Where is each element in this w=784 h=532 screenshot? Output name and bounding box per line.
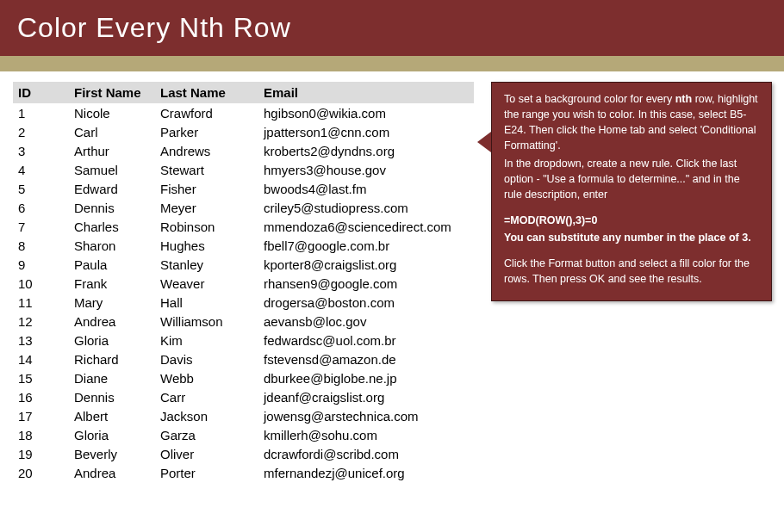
cell-id: 12	[13, 312, 69, 331]
callout-pointer-icon	[477, 132, 491, 152]
table-row: 2CarlParkerjpatterson1@cnn.com	[13, 122, 474, 141]
cell-email: dburkee@biglobe.ne.jp	[258, 368, 474, 387]
cell-last-name: Davis	[155, 350, 258, 368]
data-table-container: ID First Name Last Name Email 1NicoleCra…	[13, 82, 474, 482]
callout-substitute-note: You can substitute any number in the pla…	[504, 230, 759, 245]
callout-bold-nth: nth	[675, 93, 692, 105]
page-title: Color Every Nth Row	[0, 0, 784, 56]
cell-email: kporter8@craigslist.org	[258, 255, 474, 274]
cell-first-name: Andrea	[69, 312, 155, 331]
cell-id: 17	[13, 406, 69, 425]
cell-last-name: Robinson	[155, 217, 258, 236]
cell-id: 18	[13, 425, 69, 444]
cell-first-name: Nicole	[69, 103, 155, 122]
cell-id: 4	[13, 160, 69, 179]
cell-email: jowensg@arstechnica.com	[258, 406, 474, 425]
cell-first-name: Edward	[69, 179, 155, 198]
cell-last-name: Jackson	[155, 406, 258, 425]
header-first-name: First Name	[69, 82, 155, 103]
table-row: 17AlbertJacksonjowensg@arstechnica.com	[13, 406, 474, 425]
cell-id: 8	[13, 236, 69, 255]
cell-first-name: Richard	[69, 350, 155, 368]
cell-id: 1	[13, 103, 69, 122]
cell-id: 14	[13, 350, 69, 368]
cell-first-name: Beverly	[69, 444, 155, 463]
callout-wrapper: To set a background color for every nth …	[491, 82, 772, 482]
cell-id: 7	[13, 217, 69, 236]
cell-first-name: Diane	[69, 368, 155, 387]
cell-email: drogersa@boston.com	[258, 293, 474, 312]
cell-first-name: Paula	[69, 255, 155, 274]
table-row: 10FrankWeaverrhansen9@google.com	[13, 274, 474, 293]
cell-email: fstevensd@amazon.de	[258, 350, 474, 368]
table-row: 8SharonHughesfbell7@google.com.br	[13, 236, 474, 255]
cell-last-name: Porter	[155, 463, 258, 482]
data-table: ID First Name Last Name Email 1NicoleCra…	[13, 82, 474, 482]
callout-paragraph-1: To set a background color for every nth …	[504, 91, 759, 154]
cell-last-name: Webb	[155, 368, 258, 387]
cell-first-name: Andrea	[69, 463, 155, 482]
table-row: 14RichardDavisfstevensd@amazon.de	[13, 350, 474, 368]
cell-id: 19	[13, 444, 69, 463]
cell-id: 20	[13, 463, 69, 482]
table-row: 16DennisCarrjdeanf@craigslist.org	[13, 387, 474, 406]
cell-last-name: Stewart	[155, 160, 258, 179]
cell-first-name: Dennis	[69, 198, 155, 217]
cell-id: 9	[13, 255, 69, 274]
header-email: Email	[258, 82, 474, 103]
cell-last-name: Stanley	[155, 255, 258, 274]
cell-email: dcrawfordi@scribd.com	[258, 444, 474, 463]
table-row: 5EdwardFisherbwoods4@last.fm	[13, 179, 474, 198]
cell-last-name: Oliver	[155, 444, 258, 463]
cell-email: mmendoza6@sciencedirect.com	[258, 217, 474, 236]
cell-email: rhansen9@google.com	[258, 274, 474, 293]
cell-last-name: Crawford	[155, 103, 258, 122]
cell-last-name: Carr	[155, 387, 258, 406]
cell-first-name: Charles	[69, 217, 155, 236]
cell-last-name: Andrews	[155, 141, 258, 160]
header-id: ID	[13, 82, 69, 103]
cell-id: 6	[13, 198, 69, 217]
cell-email: jdeanf@craigslist.org	[258, 387, 474, 406]
table-row: 7CharlesRobinsonmmendoza6@sciencedirect.…	[13, 217, 474, 236]
cell-email: kmillerh@sohu.com	[258, 425, 474, 444]
cell-last-name: Fisher	[155, 179, 258, 198]
cell-first-name: Sharon	[69, 236, 155, 255]
accent-bar	[0, 56, 784, 71]
cell-last-name: Parker	[155, 122, 258, 141]
cell-last-name: Garza	[155, 425, 258, 444]
cell-first-name: Frank	[69, 274, 155, 293]
cell-first-name: Carl	[69, 122, 155, 141]
cell-first-name: Mary	[69, 293, 155, 312]
table-row: 4SamuelStewarthmyers3@house.gov	[13, 160, 474, 179]
cell-email: aevansb@loc.gov	[258, 312, 474, 331]
table-row: 3ArthurAndrewskroberts2@dyndns.org	[13, 141, 474, 160]
table-row: 6DennisMeyercriley5@studiopress.com	[13, 198, 474, 217]
table-row: 9PaulaStanleykporter8@craigslist.org	[13, 255, 474, 274]
cell-email: hmyers3@house.gov	[258, 160, 474, 179]
cell-first-name: Gloria	[69, 425, 155, 444]
cell-last-name: Hall	[155, 293, 258, 312]
table-row: 11MaryHalldrogersa@boston.com	[13, 293, 474, 312]
cell-last-name: Weaver	[155, 274, 258, 293]
header-last-name: Last Name	[155, 82, 258, 103]
table-row: 12AndreaWilliamsonaevansb@loc.gov	[13, 312, 474, 331]
cell-email: criley5@studiopress.com	[258, 198, 474, 217]
cell-first-name: Samuel	[69, 160, 155, 179]
cell-last-name: Meyer	[155, 198, 258, 217]
callout-text: To set a background color for every	[504, 93, 675, 105]
callout-paragraph-4: Click the Format button and select a fil…	[504, 256, 759, 287]
cell-last-name: Williamson	[155, 312, 258, 331]
cell-email: hgibson0@wikia.com	[258, 103, 474, 122]
table-header-row: ID First Name Last Name Email	[13, 82, 474, 103]
cell-first-name: Dennis	[69, 387, 155, 406]
table-row: 20AndreaPortermfernandezj@unicef.org	[13, 463, 474, 482]
table-row: 13GloriaKimfedwardsc@uol.com.br	[13, 331, 474, 350]
cell-email: jpatterson1@cnn.com	[258, 122, 474, 141]
cell-id: 5	[13, 179, 69, 198]
cell-id: 10	[13, 274, 69, 293]
table-row: 1NicoleCrawfordhgibson0@wikia.com	[13, 103, 474, 122]
cell-email: fedwardsc@uol.com.br	[258, 331, 474, 350]
instruction-callout: To set a background color for every nth …	[491, 82, 772, 301]
callout-paragraph-2: In the dropdown, create a new rule. Clic…	[504, 156, 759, 202]
